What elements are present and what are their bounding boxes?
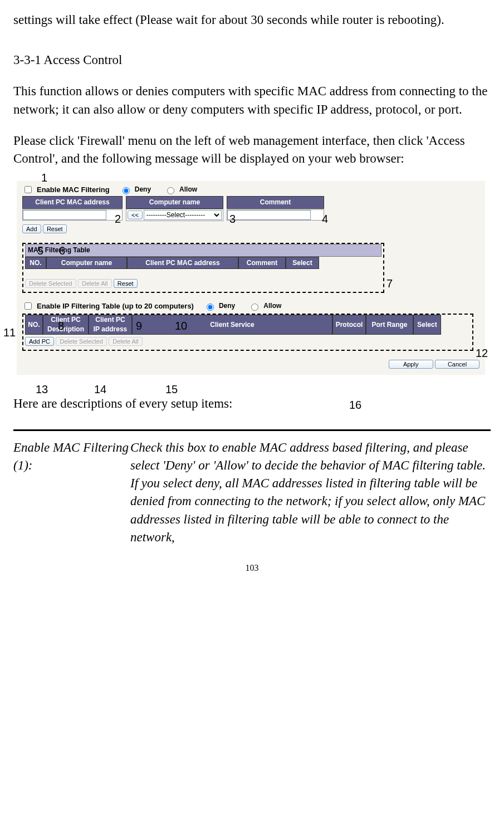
description-row: Enable MAC Filtering (1): Check this box…	[13, 439, 491, 546]
ip-filtering-table-box: NO. Client PC Description Client PC IP a…	[22, 314, 473, 351]
mac-table-title: MAC Filtering Table	[25, 244, 381, 257]
annot-12: 12	[476, 345, 488, 361]
enable-mac-label: Enable MAC Filtering	[37, 185, 110, 195]
delete-selected-button-1[interactable]: Delete Selected	[25, 279, 76, 288]
paragraph-1: This function allows or denies computers…	[13, 82, 491, 118]
page-number: 103	[13, 562, 491, 574]
ip-col-service: Client Service	[132, 315, 332, 335]
ip-col-no: NO.	[25, 315, 43, 335]
annot-13: 13	[36, 381, 48, 397]
paragraph-2: Please click 'Firewall' menu on the left…	[13, 132, 491, 168]
enable-ip-label: Enable IP Filtering Table (up to 20 comp…	[37, 301, 194, 311]
cancel-button[interactable]: Cancel	[435, 360, 479, 369]
add-button[interactable]: Add	[22, 224, 41, 233]
computer-name-select[interactable]: ---------Select---------	[144, 210, 222, 220]
ip-col-desc: Client PC Description	[43, 315, 89, 335]
reset-button-2[interactable]: Reset	[114, 279, 138, 288]
delete-all-button-1[interactable]: Delete All	[78, 279, 111, 288]
mac-table-col-mac: Client PC MAC address	[127, 257, 238, 270]
col-mac-header: Client PC MAC address	[22, 196, 123, 209]
enable-mac-checkbox[interactable]	[25, 186, 32, 193]
mac-address-input[interactable]	[23, 210, 106, 220]
reset-button-1[interactable]: Reset	[43, 224, 67, 233]
annot-6: 6	[59, 243, 65, 258]
mac-filtering-table-box: MAC Filtering Table NO. Computer name Cl…	[22, 243, 384, 293]
ip-col-portrange: Port Range	[366, 315, 413, 335]
ip-allow-radio[interactable]	[251, 304, 258, 311]
ip-enable-row: Enable IP Filtering Table (up to 20 comp…	[22, 301, 479, 311]
annot-3: 3	[229, 211, 236, 227]
description-text: Check this box to enable MAC address bas…	[130, 439, 491, 546]
annot-10: 10	[175, 318, 187, 334]
mac-table-col-comment: Comment	[238, 257, 286, 270]
annot-14: 14	[94, 381, 106, 397]
mac-table-col-select: Select	[286, 257, 319, 270]
divider	[13, 429, 491, 431]
mac-table-col-name: Computer name	[46, 257, 127, 270]
copy-name-button[interactable]: <<	[128, 211, 143, 219]
add-pc-button[interactable]: Add PC	[25, 337, 54, 346]
delete-all-button-2[interactable]: Delete All	[109, 337, 142, 346]
enable-ip-checkbox[interactable]	[25, 302, 32, 310]
col-name-header: Computer name	[126, 196, 223, 209]
mac-deny-label: Deny	[135, 185, 151, 194]
ip-col-protocol: Protocol	[332, 315, 366, 335]
ip-col-ip: Client PC IP address	[89, 315, 132, 335]
mac-allow-label: Allow	[179, 185, 197, 194]
col-comment-header: Comment	[227, 196, 324, 209]
ip-deny-label: Deny	[219, 301, 235, 311]
delete-selected-button-2[interactable]: Delete Selected	[56, 337, 107, 346]
ip-deny-radio[interactable]	[207, 304, 214, 311]
annot-15: 15	[165, 381, 178, 397]
ip-allow-label: Allow	[263, 301, 281, 311]
annot-4: 4	[322, 211, 328, 227]
mac-enable-row: Enable MAC Filtering Deny Allow	[22, 184, 479, 195]
ip-col-select: Select	[413, 315, 441, 335]
section-heading: 3-3-1 Access Control	[13, 51, 491, 69]
mac-deny-radio[interactable]	[123, 187, 130, 194]
annot-5: 5	[37, 243, 43, 258]
comment-input[interactable]	[227, 210, 311, 220]
annot-2: 2	[115, 211, 121, 227]
annot-9: 9	[136, 318, 142, 334]
annot-1: 1	[41, 170, 47, 185]
annot-7: 7	[386, 276, 393, 291]
apply-button[interactable]: Apply	[389, 360, 433, 369]
router-screenshot: 1 2 3 4 5 6 7 8 9 10 11 12 13 14 15 16 E…	[13, 181, 491, 375]
description-label: Enable MAC Filtering (1):	[13, 439, 130, 546]
post-paragraph: Here are descriptions of every setup ite…	[13, 395, 491, 413]
annot-8: 8	[58, 318, 64, 334]
intro-paragraph: settings will take effect (Please wait f…	[13, 11, 491, 29]
annot-11: 11	[3, 325, 16, 340]
annot-16: 16	[349, 397, 361, 413]
mac-allow-radio[interactable]	[167, 187, 174, 194]
